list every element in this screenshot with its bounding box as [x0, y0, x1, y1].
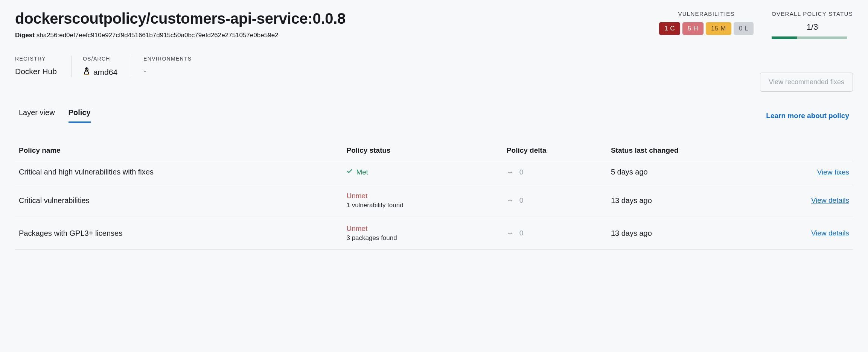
delta-unchanged-icon: ↔	[507, 229, 513, 237]
policy-status-sub: 3 packages found	[346, 234, 503, 242]
policy-delta: ↔0	[507, 196, 607, 205]
policy-delta: ↔0	[507, 168, 607, 176]
svg-point-5	[86, 69, 86, 70]
policy-name: Critical vulnerabilities	[19, 196, 343, 205]
vuln-low-badge[interactable]: 0 L	[734, 22, 754, 35]
check-icon	[346, 168, 353, 176]
osarch-label: OS/ARCH	[83, 56, 117, 62]
svg-point-6	[87, 69, 87, 70]
policy-status: Unmet3 packages found	[346, 225, 503, 242]
vuln-critical-badge[interactable]: 1 C	[659, 22, 680, 35]
svg-point-8	[87, 74, 89, 75]
view-recommended-fixes-button[interactable]: View recommended fixes	[760, 73, 853, 92]
environments-label: ENVIRONMENTS	[143, 56, 192, 62]
svg-point-2	[85, 71, 88, 74]
delta-unchanged-icon: ↔	[507, 196, 513, 205]
registry-label: REGISTRY	[15, 56, 57, 62]
overall-status-label: OVERALL POLICY STATUS	[772, 11, 853, 17]
view-action-link[interactable]: View details	[811, 196, 849, 204]
learn-more-link[interactable]: Learn more about policy	[766, 112, 849, 120]
overall-status-value: 1/3	[772, 22, 853, 32]
col-policy-status: Policy status	[346, 146, 503, 155]
view-action-link[interactable]: View fixes	[817, 168, 849, 176]
table-row: Critical vulnerabilitiesUnmet1 vulnerabi…	[15, 184, 853, 217]
view-action-link[interactable]: View details	[811, 229, 849, 237]
registry-value: Docker Hub	[15, 67, 57, 76]
tab-policy[interactable]: Policy	[69, 108, 91, 123]
policy-status-sub: 1 vulnerability found	[346, 202, 503, 209]
policy-delta: ↔0	[507, 229, 607, 237]
vuln-high-badge[interactable]: 5 H	[682, 22, 704, 35]
policy-table: Policy name Policy status Policy delta S…	[15, 141, 853, 250]
table-row: Packages with GPL3+ licensesUnmet3 packa…	[15, 217, 853, 250]
status-last-changed: 13 days ago	[611, 229, 767, 238]
delta-unchanged-icon: ↔	[507, 168, 513, 176]
digest-value: sha256:ed0ef7eefc910e927cf9d451661b7d915…	[37, 32, 279, 39]
digest-line: Digest sha256:ed0ef7eefc910e927cf9d45166…	[15, 32, 346, 39]
policy-status: Met	[346, 168, 503, 176]
policy-name: Critical and high vulnerabilities with f…	[19, 168, 343, 176]
policy-status: Unmet1 vulnerability found	[346, 192, 503, 209]
status-last-changed: 5 days ago	[611, 168, 767, 176]
environments-value: -	[143, 67, 192, 76]
linux-icon	[83, 67, 90, 77]
tab-layer-view[interactable]: Layer view	[19, 108, 55, 123]
col-policy-name: Policy name	[19, 146, 343, 155]
overall-progress-fill	[772, 36, 797, 39]
col-policy-delta: Policy delta	[507, 146, 607, 155]
page-title: dockerscoutpolicy/customers-api-service:…	[15, 11, 346, 26]
digest-label: Digest	[15, 32, 35, 39]
vulnerabilities-label: VULNERABILITIES	[659, 11, 754, 17]
overall-progress-bar	[772, 36, 847, 39]
vulnerability-badges: 1 C 5 H 15 M 0 L	[659, 22, 754, 35]
vuln-medium-badge[interactable]: 15 M	[706, 22, 731, 35]
policy-name: Packages with GPL3+ licenses	[19, 229, 343, 238]
col-status-last-changed: Status last changed	[611, 146, 767, 155]
status-last-changed: 13 days ago	[611, 196, 767, 205]
table-row: Critical and high vulnerabilities with f…	[15, 160, 853, 184]
osarch-value: amd64	[93, 68, 117, 77]
svg-point-7	[84, 74, 85, 75]
